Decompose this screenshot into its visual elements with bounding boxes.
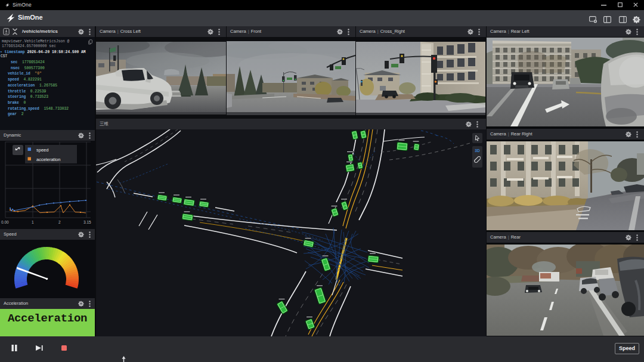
svg-text:0.00: 0.00: [1, 220, 9, 224]
svg-text:1: 1: [32, 220, 34, 224]
svg-text:acceleration: acceleration: [36, 157, 60, 162]
svg-text:speed: speed: [36, 147, 48, 153]
svg-text:3.15: 3.15: [83, 220, 91, 224]
svg-text:2: 2: [58, 220, 61, 224]
